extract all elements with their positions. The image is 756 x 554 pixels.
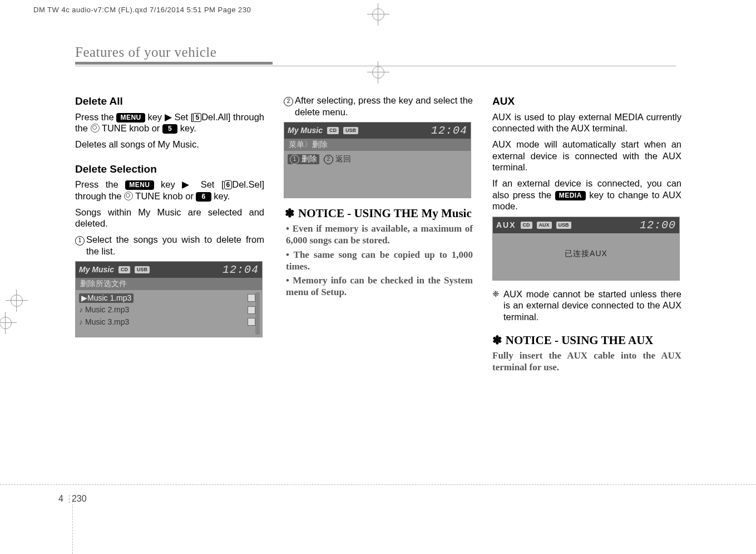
option-5-icon: 5 <box>193 113 201 122</box>
heading-delete-selection: Delete Selection <box>75 163 264 176</box>
column-3: AUX AUX is used to play external MEDIA c… <box>492 95 681 377</box>
lcd-titlebar: AUX CD AUX USB 12:00 <box>493 217 679 233</box>
lcd-mymusic-menu: My Music CD USB 12:04 菜单〉删除 1 删除 2 返回 <box>284 122 471 198</box>
song-name: Music 1.mp3 <box>87 293 131 302</box>
notice-title-text: NOTICE - USING THE AUX <box>506 334 654 347</box>
cd-indicator: CD <box>521 222 532 229</box>
list-item: ♪Music 3.mp3 <box>79 316 259 329</box>
scrollbar <box>255 292 260 335</box>
lcd-titlebar: My Music CD USB 12:04 <box>284 122 471 139</box>
lcd-mode-label: AUX <box>496 220 516 231</box>
notice-list: Even if memory is available, a maximum o… <box>284 223 473 298</box>
opt-num-2: 2 <box>324 155 333 164</box>
cd-indicator: CD <box>118 266 130 273</box>
aux-para-1: AUX is used to play external MEDIA curre… <box>492 111 681 134</box>
lcd-body: 1 删除 2 返回 <box>284 151 471 198</box>
opt-num-1: 1 <box>290 155 299 164</box>
lcd-clock: 12:00 <box>640 218 676 232</box>
registration-mark-bottom <box>367 61 389 84</box>
step-1: 1 Select the songs you wish to delete fr… <box>75 234 264 257</box>
page-number: 230 <box>72 494 87 503</box>
usb-indicator: USB <box>556 222 571 229</box>
lcd-aux: AUX CD AUX USB 12:00 已连接AUX <box>492 217 680 281</box>
checkbox-icon <box>248 306 255 314</box>
menu-key: MENU <box>116 113 145 122</box>
menu-row: 1 删除 2 返回 <box>288 153 467 165</box>
step-2: 2 After selecting, press the key and sel… <box>284 95 473 117</box>
checkbox-icon <box>248 294 255 302</box>
key-5: 5 <box>162 124 177 134</box>
heading-aux: AUX <box>492 95 681 108</box>
step-number-1: 1 <box>75 236 85 246</box>
notice-item: The same song can be copied up to 1,000 … <box>286 249 473 273</box>
step-2-text: After selecting, press the key and selec… <box>295 95 473 117</box>
notice-asterisk-icon: ✽ <box>492 334 506 346</box>
option-6-icon: 6 <box>224 180 233 189</box>
text: key. <box>211 191 230 201</box>
chapter-title: Features of your vehicle <box>75 45 273 62</box>
usb-indicator: USB <box>343 127 358 134</box>
notice-asterisk-icon: ✽ <box>285 207 298 219</box>
text: key. <box>177 123 196 133</box>
aux-footnote-text: AUX mode cannot be started unless there … <box>503 288 681 323</box>
text: key ▶ Set [ <box>161 179 224 189</box>
section-number: 4 <box>58 494 63 503</box>
cd-indicator: CD <box>327 127 339 134</box>
text: TUNE knob or <box>100 123 162 133</box>
content-columns: Delete All Press the MENU key ▶ Set [5De… <box>75 95 681 377</box>
aux-footnote: ❈ AUX mode cannot be started unless ther… <box>492 288 681 323</box>
lcd-titlebar: My Music CD USB 12:04 <box>76 262 262 278</box>
chapter-heading: Features of your vehicle <box>75 45 273 66</box>
aux-para-3: If an external device is connected, you … <box>492 178 681 212</box>
text: key ▶ Set [ <box>147 112 193 122</box>
song-name: Music 3.mp3 <box>85 317 129 327</box>
lcd-mode-label: My Music <box>79 265 114 275</box>
delete-sel-para-2: Songs within My Music are selected and d… <box>75 207 264 229</box>
usb-indicator: USB <box>135 266 150 273</box>
registration-mark-left <box>6 290 28 312</box>
opt-2-label: 返回 <box>335 154 351 163</box>
aux-para-2: AUX mode will automatically start when a… <box>492 139 681 173</box>
aux-connected-text: 已连接AUX <box>496 236 676 272</box>
notice-heading-aux: ✽ NOTICE - USING THE AUX <box>492 333 681 347</box>
tune-knob-icon <box>124 192 133 200</box>
column-1: Delete All Press the MENU key ▶ Set [5De… <box>75 95 264 377</box>
page-footer: 4230 <box>58 494 87 504</box>
song-name: Music 2.mp3 <box>85 305 129 315</box>
heading-delete-all: Delete All <box>75 95 264 108</box>
step-number-2: 2 <box>284 97 293 106</box>
checkbox-icon <box>248 318 255 326</box>
menu-key: MENU <box>125 180 154 190</box>
lcd-subtitle: 删除所选文件 <box>76 278 262 290</box>
lcd-body: ▶Music 1.mp3 ♪Music 2.mp3 ♪Music 3.mp3 <box>76 290 262 337</box>
print-header: DM TW 4c audio-v7:CM (FL).qxd 7/16/2014 … <box>33 6 251 14</box>
lcd-clock: 12:04 <box>223 263 259 277</box>
notice-heading-mymusic: ✽ NOTICE - USING THE My Music <box>284 206 473 220</box>
lcd-body: 已连接AUX <box>493 233 679 280</box>
list-item: ♪Music 2.mp3 <box>79 304 259 316</box>
fold-line-vertical <box>72 496 73 554</box>
opt-1-label: 删除 <box>302 154 317 163</box>
text: TUNE knob or <box>133 191 196 201</box>
lcd-subtitle: 菜单〉删除 <box>284 139 471 151</box>
notice-item: Memory info can be checked in the System… <box>286 274 473 298</box>
lcd-clock: 12:04 <box>431 124 467 138</box>
registration-mark-top <box>367 3 389 26</box>
notice-item: Even if memory is available, a maximum o… <box>286 223 473 247</box>
music-note-icon: ♪ <box>79 317 83 327</box>
aux-indicator: AUX <box>537 222 552 229</box>
lcd-mode-label: My Music <box>288 126 323 136</box>
registration-mark-right <box>0 312 17 334</box>
notice-aux-body: Fully insert the AUX cable into the AUX … <box>492 350 681 374</box>
delete-sel-para-1: Press the MENU key ▶ Set [6Del.Sel] thro… <box>75 179 264 202</box>
list-item: ▶Music 1.mp3 <box>79 292 259 305</box>
text: Press the <box>75 112 116 122</box>
text: Press the <box>75 179 125 189</box>
manual-page: { "meta": { "print_header": "DM TW 4c au… <box>0 0 756 554</box>
tune-knob-icon <box>91 124 100 133</box>
lcd-mymusic-list: My Music CD USB 12:04 删除所选文件 ▶Music 1.mp… <box>75 261 263 337</box>
notice-title-text: NOTICE - USING THE My Music <box>298 207 472 220</box>
key-6: 6 <box>196 192 211 202</box>
delete-all-para-1: Press the MENU key ▶ Set [5Del.All] thro… <box>75 111 264 134</box>
music-note-icon: ♪ <box>79 305 83 315</box>
